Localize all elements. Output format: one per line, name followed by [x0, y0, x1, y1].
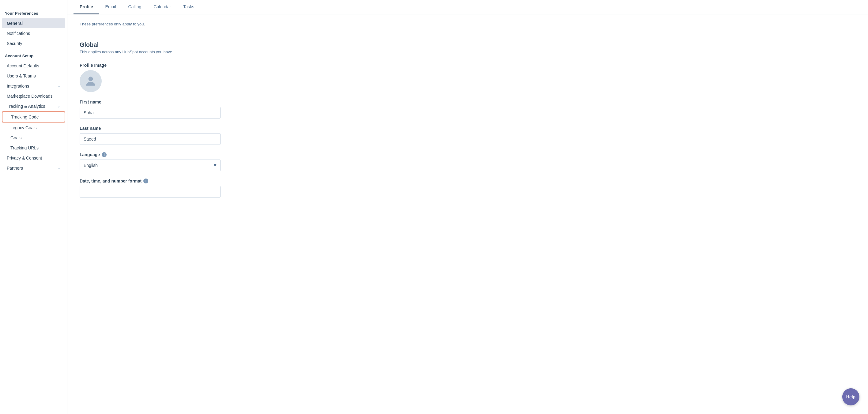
sidebar-item-label: Legacy Goals — [10, 125, 37, 130]
section-divider — [80, 34, 331, 34]
first-name-label: First name — [80, 99, 331, 104]
sidebar-item-general[interactable]: General — [2, 19, 65, 28]
profile-image-upload[interactable] — [80, 70, 102, 92]
your-preferences-heading: Your Preferences — [0, 6, 67, 18]
sidebar-item-goals[interactable]: Goals — [2, 133, 65, 143]
tabs-bar: Profile Email Calling Calendar Tasks — [67, 0, 868, 14]
sidebar-item-privacy-consent[interactable]: Privacy & Consent — [2, 153, 65, 163]
sidebar-item-tracking-analytics[interactable]: Tracking & Analytics ⌄ — [2, 101, 65, 111]
date-format-info-icon[interactable]: i — [143, 179, 148, 184]
sidebar-item-label: Tracking Code — [11, 115, 39, 120]
sidebar-item-legacy-goals[interactable]: Legacy Goals — [2, 123, 65, 133]
sidebar-item-label: Tracking URLs — [10, 146, 39, 150]
language-label: Language i — [80, 152, 331, 157]
sidebar-item-marketplace-downloads[interactable]: Marketplace Downloads — [2, 91, 65, 101]
language-info-icon[interactable]: i — [102, 152, 106, 157]
sidebar-item-partners[interactable]: Partners ⌄ — [2, 163, 65, 173]
account-setup-heading: Account Setup — [0, 49, 67, 61]
language-group: Language i English French Spanish German… — [80, 152, 331, 171]
last-name-input[interactable] — [80, 133, 220, 145]
sidebar-item-label: Partners — [7, 166, 23, 170]
tab-calendar[interactable]: Calendar — [147, 0, 177, 14]
global-subtitle: This applies across any HubSpot accounts… — [80, 50, 331, 54]
global-title: Global — [80, 41, 331, 49]
sidebar: Your Preferences General Notifications S… — [0, 0, 67, 414]
global-section: Global This applies across any HubSpot a… — [80, 41, 331, 197]
sidebar-item-label: Account Defaults — [7, 63, 39, 68]
sidebar-item-label: Tracking & Analytics — [7, 104, 45, 109]
first-name-input[interactable] — [80, 107, 220, 119]
chevron-down-icon: ⌄ — [57, 84, 60, 88]
language-select[interactable]: English French Spanish German — [80, 160, 220, 171]
sidebar-item-label: Goals — [10, 135, 22, 140]
chevron-down-icon: ⌄ — [57, 104, 60, 108]
tab-calling[interactable]: Calling — [122, 0, 148, 14]
tab-profile[interactable]: Profile — [73, 0, 99, 14]
svg-point-0 — [89, 76, 93, 81]
sidebar-item-label: Users & Teams — [7, 73, 36, 78]
person-icon — [84, 74, 97, 88]
first-name-group: First name — [80, 99, 331, 119]
profile-image-group: Profile Image — [80, 63, 331, 92]
sidebar-item-account-defaults[interactable]: Account Defaults — [2, 61, 65, 71]
date-format-input[interactable] — [80, 186, 220, 197]
sidebar-item-users-teams[interactable]: Users & Teams — [2, 71, 65, 81]
sidebar-item-security[interactable]: Security — [2, 39, 65, 49]
sidebar-item-label: Integrations — [7, 84, 29, 89]
sidebar-item-label: Privacy & Consent — [7, 156, 42, 160]
last-name-group: Last name — [80, 126, 331, 145]
sidebar-item-tracking-urls[interactable]: Tracking URLs — [2, 143, 65, 153]
tab-tasks[interactable]: Tasks — [177, 0, 200, 14]
help-button[interactable]: Help — [842, 388, 860, 406]
date-format-label: Date, time, and number format i — [80, 179, 331, 184]
tab-email[interactable]: Email — [99, 0, 122, 14]
sidebar-item-label: Notifications — [7, 31, 30, 36]
preferences-note: These preferences only apply to you. — [80, 22, 331, 26]
last-name-label: Last name — [80, 126, 331, 131]
main-content: Profile Email Calling Calendar Tasks The… — [67, 0, 868, 414]
date-format-group: Date, time, and number format i — [80, 179, 331, 197]
sidebar-item-label: Marketplace Downloads — [7, 94, 52, 99]
profile-content: These preferences only apply to you. Glo… — [67, 14, 343, 212]
chevron-down-icon: ⌄ — [57, 166, 60, 170]
sidebar-item-tracking-code[interactable]: Tracking Code — [2, 112, 65, 123]
sidebar-item-label: General — [7, 21, 23, 26]
profile-image-label: Profile Image — [80, 63, 331, 68]
language-select-wrapper: English French Spanish German ▼ — [80, 160, 220, 171]
sidebar-item-label: Security — [7, 41, 22, 46]
sidebar-item-integrations[interactable]: Integrations ⌄ — [2, 81, 65, 91]
sidebar-item-notifications[interactable]: Notifications — [2, 29, 65, 38]
